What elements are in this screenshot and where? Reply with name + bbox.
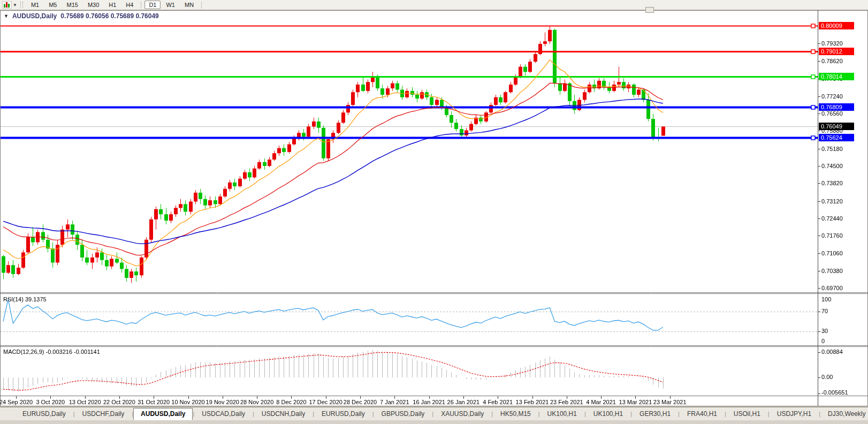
price-axis-tick: 0.71760 bbox=[821, 232, 843, 239]
hline-price-tag[interactable]: 0.75624 bbox=[819, 134, 854, 141]
mt4-terminal: { "toolbar": { "timeframes": ["M1","M5",… bbox=[0, 0, 868, 424]
window-control-box[interactable] bbox=[645, 7, 654, 13]
price-axis-tick: 0.69700 bbox=[821, 285, 843, 291]
date-axis-label: 7 Jan 2021 bbox=[380, 399, 409, 405]
price-axis-tick: 0.79320 bbox=[821, 40, 843, 47]
hline-price-tag[interactable]: 0.79012 bbox=[819, 48, 854, 55]
date-axis-label: 4 Feb 2021 bbox=[483, 399, 513, 405]
date-axis-label: 26 Jan 2021 bbox=[447, 399, 480, 405]
date-axis-label: 22 Oct 2020 bbox=[103, 399, 135, 405]
date-axis-label: 13 Oct 2020 bbox=[69, 399, 101, 405]
date-axis-label: 28 Nov 2020 bbox=[240, 399, 273, 405]
date-axis-label: 10 Nov 2020 bbox=[171, 399, 204, 405]
date-axis-label: 23 Mar 2021 bbox=[653, 399, 687, 405]
current-price-tag: 0.76049 bbox=[819, 123, 854, 130]
price-axis-tick: 0.72440 bbox=[821, 215, 843, 222]
date-axis-label: 8 Dec 2020 bbox=[276, 399, 306, 405]
rsi-indicator-label: RSI(14) 39.1375 bbox=[3, 296, 47, 302]
macd-axis-label: 0.00 bbox=[821, 374, 833, 380]
price-axis-tick: 0.75180 bbox=[821, 146, 843, 152]
macd-indicator-label: MACD(12,26,9) -0.003216 -0.001141 bbox=[3, 349, 100, 355]
hline-price-tag[interactable]: 0.80009 bbox=[819, 22, 854, 29]
collapse-triangle-icon[interactable]: ▼ bbox=[4, 13, 9, 19]
date-axis-label: 4 Mar 2021 bbox=[586, 399, 616, 405]
price-axis-tick: 0.74500 bbox=[821, 163, 843, 169]
price-chart-canvas[interactable] bbox=[0, 0, 868, 424]
date-axis-label: 28 Dec 2020 bbox=[344, 399, 377, 405]
date-axis-label: 3 Oct 2020 bbox=[36, 399, 65, 405]
price-axis-tick: 0.73120 bbox=[821, 198, 843, 205]
date-axis-label: 24 Sep 2020 bbox=[0, 399, 33, 405]
hline-price-tag[interactable]: 0.78014 bbox=[819, 73, 854, 80]
hline-price-tag[interactable]: 0.76809 bbox=[819, 103, 854, 111]
price-axis-tick: 0.70380 bbox=[821, 268, 843, 274]
date-axis-label: 17 Dec 2020 bbox=[309, 399, 342, 405]
ohlc-values-label: 0.75689 0.76056 0.75689 0.76049 bbox=[60, 12, 159, 20]
price-axis-tick: 0.71060 bbox=[821, 250, 843, 256]
symbol-timeframe-label: AUDUSD,Daily bbox=[12, 12, 57, 20]
date-axis-label: 16 Jan 2021 bbox=[413, 399, 445, 405]
macd-axis-label: 0.00884 bbox=[821, 349, 843, 355]
price-axis-tick: 0.76560 bbox=[821, 110, 843, 117]
price-axis-tick: 0.78620 bbox=[821, 58, 843, 64]
rsi-axis-label: 70 bbox=[821, 308, 828, 314]
rsi-axis-label: 30 bbox=[821, 328, 828, 334]
price-axis-tick: 0.73820 bbox=[821, 180, 843, 186]
rsi-axis-label: 0 bbox=[821, 338, 825, 344]
macd-axis-label: -0.005651 bbox=[821, 389, 848, 396]
date-axis-label: 31 Oct 2020 bbox=[138, 399, 170, 405]
date-axis-label: 13 Feb 2021 bbox=[516, 399, 549, 405]
date-axis-label: 19 Nov 2020 bbox=[206, 399, 239, 405]
price-axis-tick: 0.77240 bbox=[821, 93, 843, 100]
rsi-axis-label: 100 bbox=[821, 296, 831, 302]
date-axis-label: 13 Mar 2021 bbox=[619, 399, 652, 405]
chart-title: ▼ AUDUSD,Daily 0.75689 0.76056 0.75689 0… bbox=[4, 12, 159, 20]
date-axis-label: 23 Feb 2021 bbox=[550, 399, 583, 405]
